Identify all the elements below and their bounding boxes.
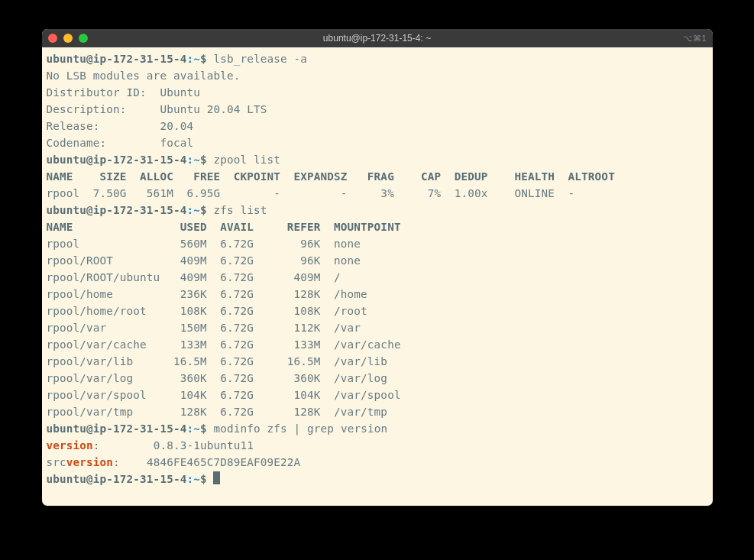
window-title: ubuntu@ip-172-31-15-4: ~	[42, 33, 713, 44]
table-row: rpool/var 150M 6.72G 112K /var	[47, 319, 708, 336]
maximize-icon[interactable]	[79, 34, 88, 43]
prompt-line: ubuntu@ip-172-31-15-4:~$ zfs list	[47, 202, 708, 218]
table-row: rpool/var/cache 133M 6.72G 133M /var/cac…	[47, 336, 708, 353]
command-text: zpool list	[213, 154, 280, 166]
table-row: rpool 7.50G 561M 6.95G - - 3% 7% 1.00x O…	[47, 185, 708, 202]
titlebar[interactable]: ubuntu@ip-172-31-15-4: ~ ⌥⌘1	[42, 29, 713, 47]
traffic-lights	[48, 34, 88, 43]
table-row: rpool/home 236K 6.72G 128K /home	[47, 286, 708, 303]
terminal-body[interactable]: ubuntu@ip-172-31-15-4:~$ lsb_release -aN…	[42, 47, 713, 506]
command-text: lsb_release -a	[213, 53, 307, 65]
terminal-window: ubuntu@ip-172-31-15-4: ~ ⌥⌘1 ubuntu@ip-1…	[42, 29, 713, 506]
prompt-line: ubuntu@ip-172-31-15-4:~$ lsb_release -a	[47, 50, 708, 67]
table-row: rpool/home/root 108K 6.72G 108K /root	[47, 303, 708, 319]
table-row: rpool 560M 6.72G 96K none	[47, 235, 708, 252]
output-line: Description: Ubuntu 20.04 LTS	[47, 101, 708, 118]
table-row: rpool/var/lib 16.5M 6.72G 16.5M /var/lib	[47, 353, 708, 370]
close-icon[interactable]	[48, 34, 57, 43]
window-shortcut-hint: ⌥⌘1	[683, 34, 706, 44]
table-row: rpool/var/tmp 128K 6.72G 128K /var/tmp	[47, 403, 708, 420]
output-line: Distributor ID: Ubuntu	[47, 84, 708, 101]
output-line: version: 0.8.3-1ubuntu11	[47, 437, 708, 454]
output-line: No LSB modules are available.	[47, 67, 708, 84]
output-line: Release: 20.04	[47, 118, 708, 134]
table-row: rpool/var/spool 104K 6.72G 104K /var/spo…	[47, 387, 708, 403]
table-row: rpool/ROOT/ubuntu 409M 6.72G 409M /	[47, 269, 708, 286]
command-text: modinfo zfs | grep version	[213, 422, 387, 435]
cursor-icon	[213, 471, 220, 484]
table-header: NAME SIZE ALLOC FREE CKPOINT EXPANDSZ FR…	[47, 168, 708, 185]
table-header: NAME USED AVAIL REFER MOUNTPOINT	[47, 218, 708, 235]
table-row: rpool/ROOT 409M 6.72G 96K none	[47, 252, 708, 269]
prompt-line: ubuntu@ip-172-31-15-4:~$	[47, 471, 708, 487]
command-text: zfs list	[213, 204, 267, 216]
output-line: srcversion: 4846FE465C7D89EAF09E22A	[47, 454, 708, 471]
prompt-line: ubuntu@ip-172-31-15-4:~$ zpool list	[47, 151, 708, 168]
prompt-line: ubuntu@ip-172-31-15-4:~$ modinfo zfs | g…	[47, 420, 708, 437]
output-line: Codename: focal	[47, 134, 708, 151]
minimize-icon[interactable]	[63, 34, 73, 43]
table-row: rpool/var/log 360K 6.72G 360K /var/log	[47, 370, 708, 387]
